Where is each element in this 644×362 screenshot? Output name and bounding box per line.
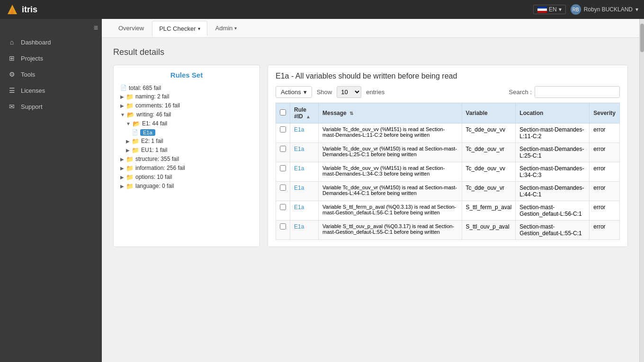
tree-label-options: options: 10 fail <box>135 174 172 180</box>
sidebar-label-licenses: Licenses <box>21 87 45 94</box>
sidebar-item-tools[interactable]: ⚙ Tools <box>0 66 102 82</box>
row-rule-id: E1a <box>290 182 319 201</box>
chevron-right-icon-structure: ▶ <box>120 157 124 162</box>
result-panel: E1a - All variables should be written be… <box>268 65 628 247</box>
tab-plc-checker[interactable]: PLC Checker ▾ <box>152 21 207 36</box>
avatar-initials: RB <box>572 7 579 12</box>
folder-icon-eu1: 📁 <box>132 147 139 154</box>
search-label: Search : <box>509 88 532 96</box>
row-variable: Tc_dde_ouv_vv <box>462 124 516 143</box>
table-row: E1a Variable Tc_dde_ouv_vr (%M150) is re… <box>276 143 620 162</box>
row-variable: Tc_dde_ouv_vr <box>462 182 516 201</box>
sidebar-collapse-button[interactable]: ≡ <box>90 22 102 34</box>
row-message: Variable Tc_dde_ouv_vv (%M151) is read a… <box>319 124 462 143</box>
table-row: E1a Variable Tc_dde_ouv_vv (%M151) is re… <box>276 162 620 182</box>
col-rule-id-label: Rule #ID <box>294 106 306 120</box>
language-button[interactable]: EN ▾ <box>533 5 566 14</box>
row-location: Section-mast-Demandes-L:11-C:2 <box>516 124 590 143</box>
logo-text: itris <box>22 5 37 15</box>
row-checkbox[interactable] <box>280 185 286 191</box>
tab-overview-label: Overview <box>118 25 144 32</box>
row-message: Variable Tc_dde_ouv_vr (%M150) is read a… <box>319 182 462 201</box>
row-checkbox[interactable] <box>280 146 286 152</box>
table-row: E1a Variable S_ttl_ferm_p_aval (%Q0.3.13… <box>276 201 620 221</box>
search-input[interactable] <box>535 86 620 98</box>
tree-item-information[interactable]: ▶ 📁 information: 256 fail <box>120 164 253 173</box>
folder-icon-writing: 📂 <box>127 111 134 118</box>
plc-checker-dropdown-icon: ▾ <box>198 26 200 31</box>
select-all-checkbox[interactable] <box>280 109 286 115</box>
row-variable: Tc_dde_ouv_vr <box>462 143 516 162</box>
sort-icon-message[interactable]: ⇅ <box>349 111 353 116</box>
row-checkbox-cell <box>276 201 290 221</box>
table-controls-left: Actions ▾ Show 10 25 50 100 entries <box>276 86 385 98</box>
row-severity: error <box>590 124 620 143</box>
page-title: Result details <box>113 47 628 57</box>
tree-item-language[interactable]: ▶ 📁 language: 0 fail <box>120 182 253 191</box>
rule-id-link[interactable]: E1a <box>294 146 304 152</box>
sidebar-label-tools: Tools <box>21 71 35 78</box>
sidebar-item-licenses[interactable]: ☰ Licenses <box>0 82 102 98</box>
sidebar-item-support[interactable]: ✉ Support <box>0 98 102 115</box>
row-severity: error <box>590 201 620 221</box>
dashboard-icon: ⌂ <box>8 38 16 46</box>
tree-item-e2[interactable]: ▶ 📁 E2: 1 fail <box>126 137 253 146</box>
rule-id-link[interactable]: E1a <box>294 165 304 172</box>
tree-item-eu1[interactable]: ▶ 📁 EU1: 1 fail <box>126 146 253 155</box>
rule-id-link[interactable]: E1a <box>294 204 304 211</box>
tree-item-comments[interactable]: ▶ 📁 comments: 16 fail <box>120 101 253 110</box>
main-layout: ≡ ⌂ Dashboard ⊞ Projects ⚙ Tools ☰ Licen… <box>0 19 644 362</box>
table-controls-right: Search : <box>509 86 620 98</box>
show-label: Show <box>317 88 332 96</box>
user-name: Robyn BUCKLAND <box>584 6 633 13</box>
tab-overview[interactable]: Overview <box>111 20 151 36</box>
folder-icon-language: 📁 <box>126 183 134 190</box>
row-checkbox[interactable] <box>280 223 286 230</box>
actions-button[interactable]: Actions ▾ <box>276 86 312 98</box>
e1a-badge: E1a <box>140 129 155 136</box>
row-checkbox[interactable] <box>280 204 286 210</box>
rule-id-link[interactable]: E1a <box>294 223 304 230</box>
tree-item-writing[interactable]: ▼ 📂 writing: 46 fail <box>120 110 253 119</box>
tree-item-total: 📄 total: 685 fail <box>120 84 253 92</box>
folder-icon-options: 📁 <box>126 174 134 181</box>
tree-item-naming[interactable]: ▶ 📁 naming: 2 fail <box>120 92 253 101</box>
tree-item-structure[interactable]: ▶ 📁 structure: 355 fail <box>120 155 253 164</box>
row-checkbox[interactable] <box>280 165 286 171</box>
rule-id-link[interactable]: E1a <box>294 126 304 133</box>
col-severity-label: Severity <box>593 110 616 116</box>
projects-icon: ⊞ <box>8 54 16 62</box>
chevron-right-icon-eu1: ▶ <box>126 148 130 153</box>
licenses-icon: ☰ <box>8 87 16 94</box>
row-rule-id: E1a <box>290 221 319 240</box>
lang-label: EN <box>549 6 557 13</box>
row-checkbox-cell <box>276 143 290 162</box>
tree-item-options[interactable]: ▶ 📁 options: 10 fail <box>120 173 253 182</box>
topbar: itris EN ▾ RB Robyn BUCKLAND ▾ <box>0 0 644 19</box>
tools-icon: ⚙ <box>8 71 16 78</box>
col-message-label: Message <box>322 110 347 116</box>
scrollbar-thumb[interactable] <box>640 24 644 52</box>
row-rule-id: E1a <box>290 124 319 143</box>
row-checkbox[interactable] <box>280 126 286 132</box>
row-checkbox-cell <box>276 162 290 182</box>
tree-item-e1a[interactable]: 📄 E1a <box>132 128 253 137</box>
tab-admin[interactable]: Admin ▾ <box>208 20 244 36</box>
sidebar-item-projects[interactable]: ⊞ Projects <box>0 50 102 66</box>
entries-select[interactable]: 10 25 50 100 <box>337 86 361 98</box>
folder-icon-information: 📁 <box>126 165 134 172</box>
right-scrollbar[interactable] <box>639 19 644 362</box>
rule-id-link[interactable]: E1a <box>294 185 304 191</box>
tree-item-e1[interactable]: ▼ 📂 E1: 44 fail <box>126 119 253 128</box>
admin-dropdown-icon: ▾ <box>234 26 237 31</box>
row-message: Variable S_ttl_ouv_p_aval (%Q0.3.17) is … <box>319 221 462 240</box>
sort-icon-rule-id[interactable]: ▲ <box>306 114 311 119</box>
avatar: RB <box>571 4 581 15</box>
user-menu-button[interactable]: RB Robyn BUCKLAND ▾ <box>571 4 638 15</box>
logo: itris <box>6 3 37 16</box>
row-severity: error <box>590 221 620 240</box>
sidebar-item-dashboard[interactable]: ⌂ Dashboard <box>0 34 102 50</box>
col-rule-id: Rule #ID ▲ <box>290 103 319 124</box>
col-location-label: Location <box>519 110 543 116</box>
row-message: Variable Tc_dde_ouv_vr (%M150) is read a… <box>319 143 462 162</box>
